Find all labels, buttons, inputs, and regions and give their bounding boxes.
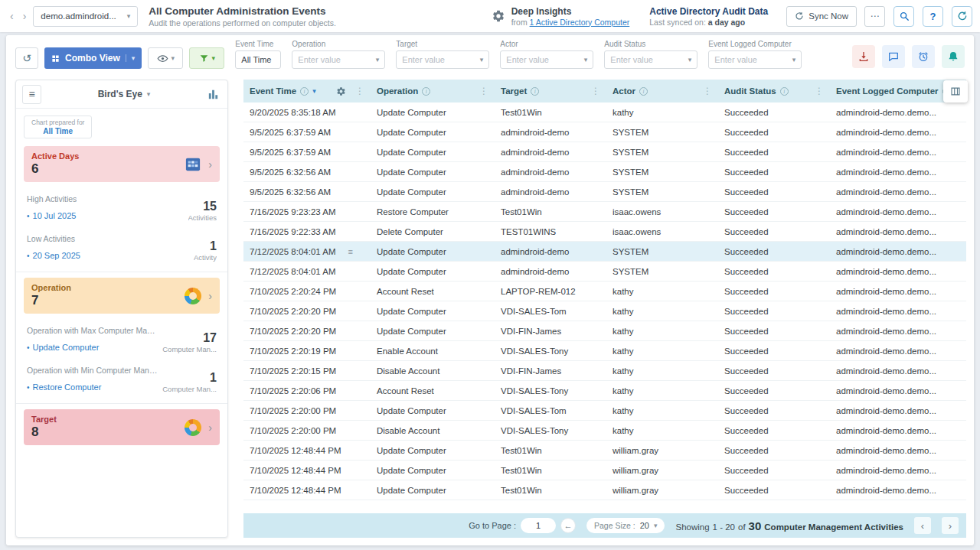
more-options-button[interactable]: ⋯	[864, 6, 885, 27]
help-button[interactable]: ?	[923, 6, 943, 27]
column-menu-icon[interactable]: ⋮	[479, 86, 488, 96]
table-row[interactable]: 7/10/2025 2:20:24 PMAccount ResetLAPTOP-…	[243, 282, 966, 301]
table-row[interactable]: 7/16/2025 9:23:23 AMRestore ComputerTest…	[243, 202, 966, 222]
operation-card[interactable]: Operation 7 ›	[24, 278, 220, 314]
nav-forward-button[interactable]: ›	[21, 10, 29, 22]
alerts-button[interactable]	[942, 45, 965, 68]
operation-max-name: Update Computer	[33, 343, 100, 352]
bullet-icon: •	[27, 343, 30, 352]
operation-max-link[interactable]: •Update Computer	[27, 343, 158, 352]
row-menu-icon[interactable]: ≡	[348, 247, 353, 256]
target-filter-input[interactable]: Enter value ▾	[396, 50, 489, 69]
chart-view-selector[interactable]: Bird's Eye ▾	[41, 89, 207, 99]
table-cell: admindroid-demo.demo...	[830, 446, 966, 455]
filter-button[interactable]: ▾	[189, 47, 224, 69]
prev-page-button[interactable]: ‹	[914, 517, 931, 534]
divider	[16, 403, 227, 404]
column-header-target[interactable]: Target i ⋮	[495, 80, 606, 103]
schedule-button[interactable]	[912, 45, 935, 68]
low-activities-unit: Activity	[194, 253, 217, 262]
column-menu-icon[interactable]: ⋮	[591, 86, 600, 96]
chart-list-button[interactable]: ≡	[22, 85, 41, 104]
high-activity-date-link[interactable]: •10 Jul 2025	[27, 211, 77, 220]
table-row[interactable]: 9/5/2025 6:32:56 AMUpdate Computeradmind…	[243, 182, 966, 202]
table-row[interactable]: 7/10/2025 2:20:19 PMEnable AccountVDI-SA…	[243, 341, 966, 361]
column-header-audit-status[interactable]: Audit Status i ⋮	[718, 80, 830, 103]
info-icon: i	[300, 87, 309, 96]
search-button[interactable]	[893, 6, 914, 27]
active-days-card[interactable]: Active Days 6 ›	[24, 146, 220, 182]
operation-min-link[interactable]: •Restore Computer	[27, 382, 158, 392]
total-count: 30	[749, 519, 762, 532]
table-row[interactable]: 7/10/2025 12:48:44 PMUpdate ComputerTest…	[243, 441, 966, 461]
table-row[interactable]: 7/10/2025 2:20:20 PMUpdate ComputerVDI-F…	[243, 321, 966, 341]
next-page-button[interactable]: ›	[942, 517, 959, 534]
sync-status-button[interactable]	[952, 6, 972, 27]
column-header-actor[interactable]: Actor i ⋮	[606, 80, 718, 103]
filter-event-time: Event Time All Time	[235, 40, 281, 69]
column-header-event-time[interactable]: Event Time i ▾ ⋮	[243, 80, 371, 103]
feedback-button[interactable]	[882, 45, 905, 68]
table-cell: Succeeded	[718, 426, 830, 435]
page-size-selector[interactable]: Page Size : 20 ▾	[586, 518, 665, 533]
visibility-button[interactable]: ▾	[148, 47, 183, 69]
go-to-page-button[interactable]: ←	[560, 518, 576, 533]
entity-label: Computer Management Activities	[764, 522, 903, 532]
column-menu-icon[interactable]: ⋮	[815, 86, 824, 96]
nav-back-button[interactable]: ‹	[8, 10, 16, 22]
operation-min-unit: Computer Man...	[162, 385, 217, 393]
column-header-operation[interactable]: Operation i ⋮	[371, 80, 495, 103]
deep-insights-source-link[interactable]: 1 Active Directory Computer	[530, 18, 630, 27]
table-cell: SYSTEM	[606, 128, 718, 137]
column-settings-gear-icon[interactable]	[336, 86, 346, 96]
table-cell: Succeeded	[718, 128, 830, 137]
view-mode-button[interactable]: Combo View ▾	[44, 47, 142, 69]
chat-bubble-icon	[887, 50, 900, 63]
page-number-input[interactable]: 1	[521, 518, 556, 533]
chevron-right-icon[interactable]: ›	[208, 290, 212, 302]
column-menu-icon[interactable]: ⋮	[355, 86, 364, 96]
table-row[interactable]: 7/10/2025 2:20:00 PMDisable AccountVDI-S…	[243, 421, 966, 441]
table-row[interactable]: 9/20/2025 8:35:18 AMUpdate ComputerTest0…	[243, 103, 966, 122]
export-download-button[interactable]	[852, 45, 875, 68]
sort-desc-icon[interactable]: ▾	[312, 87, 316, 95]
operation-min-count: 1	[162, 371, 217, 385]
page-size-label: Page Size :	[594, 521, 635, 530]
table-row[interactable]: 7/16/2025 9:22:33 AMDelete ComputerTEST0…	[243, 222, 966, 242]
table-cell: admindroid-demo.demo...	[830, 128, 966, 137]
sidebar-header: ≡ Bird's Eye ▾	[16, 80, 227, 109]
event-logged-computer-filter-input[interactable]: Enter value ▾	[708, 50, 802, 69]
chart-period-badge[interactable]: Chart prepared for All Time	[24, 116, 92, 138]
column-menu-icon[interactable]: ⋮	[703, 86, 712, 96]
sync-now-button[interactable]: Sync Now	[786, 6, 857, 27]
operation-filter-input[interactable]: Enter value ▾	[292, 50, 385, 69]
column-chooser-button[interactable]	[943, 80, 968, 103]
history-button[interactable]: ↺	[15, 47, 38, 69]
event-time-filter-control[interactable]: All Time	[235, 50, 281, 69]
table-row[interactable]: 9/5/2025 6:37:59 AMUpdate Computeradmind…	[243, 142, 966, 162]
actor-filter-input[interactable]: Enter value ▾	[500, 50, 593, 69]
chevron-right-icon[interactable]: ›	[208, 158, 212, 171]
audit-status-filter-input[interactable]: Enter value ▾	[604, 50, 697, 69]
column-label: Target	[501, 86, 527, 96]
low-activity-date-link[interactable]: •20 Sep 2025	[27, 251, 80, 260]
table-cell: VDI-FIN-James	[495, 366, 606, 376]
table-row[interactable]: 7/10/2025 2:20:20 PMUpdate ComputerVDI-S…	[243, 301, 966, 321]
table-row[interactable]: 7/12/2025 8:04:01 AM≡Update Computeradmi…	[243, 242, 966, 262]
table-row[interactable]: 7/10/2025 2:20:15 PMDisable AccountVDI-F…	[243, 361, 966, 381]
target-card[interactable]: Target 8 ›	[24, 409, 220, 445]
table-row[interactable]: 7/10/2025 2:20:06 PMAccount ResetVDI-SAL…	[243, 381, 966, 401]
table-row[interactable]: 9/5/2025 6:32:56 AMUpdate Computeradmind…	[243, 162, 966, 182]
table-row[interactable]: 7/10/2025 12:48:44 PMUpdate ComputerTest…	[243, 461, 966, 480]
placeholder-text: Enter value	[402, 55, 445, 64]
bar-chart-icon[interactable]	[207, 88, 221, 101]
placeholder-text: Enter value	[506, 55, 549, 64]
table-cell: Succeeded	[718, 227, 830, 236]
tenant-selector[interactable]: demo.admindroid... ▾	[33, 6, 138, 27]
table-row[interactable]: 7/10/2025 12:48:44 PMUpdate ComputerTest…	[243, 480, 966, 500]
column-label: Operation	[377, 86, 418, 96]
table-row[interactable]: 7/10/2025 2:20:00 PMUpdate ComputerVDI-S…	[243, 401, 966, 421]
chevron-right-icon[interactable]: ›	[208, 421, 212, 434]
table-row[interactable]: 7/12/2025 8:04:01 AMUpdate Computeradmin…	[243, 262, 966, 282]
table-row[interactable]: 9/5/2025 6:37:59 AMUpdate Computeradmind…	[243, 122, 966, 142]
